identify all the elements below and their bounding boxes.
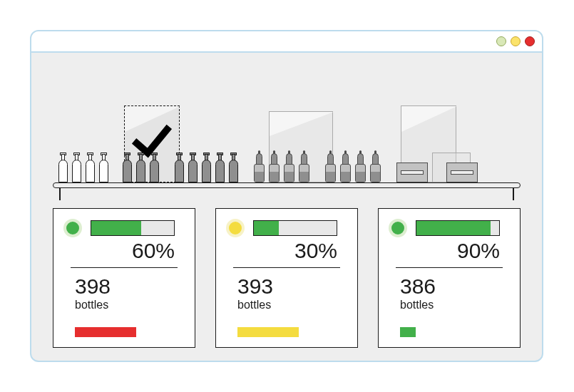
progress-bar [91,220,175,236]
bottle-icon [72,151,81,182]
swatch-icon [400,327,416,337]
percent-label: 60% [132,239,175,263]
dropper-bottle-icon [340,150,351,182]
bottle-icon [188,151,198,182]
bottle-icon [58,151,68,182]
count-value: 393 [237,276,273,297]
dropper-bottle-icon [370,150,381,182]
percent-label: 30% [294,239,337,263]
shelf-icon [53,182,521,188]
stat-card-1[interactable]: 60% 398 bottles [53,208,195,348]
bottle-icon [123,151,132,182]
dropper-bottle-icon [284,150,294,182]
minimize-icon[interactable] [496,36,506,46]
content-area: 60% 398 bottles 30% 393 bottles [31,53,542,361]
divider [71,267,178,268]
progress-bar [253,220,337,236]
bottle-icon [150,151,159,182]
swatch-icon [237,327,299,337]
stat-card-2[interactable]: 30% 393 bottles [215,208,358,348]
divider [396,267,503,268]
dropper-bottle-icon [254,150,265,182]
bottle-icon [136,151,145,182]
progress-fill [416,221,491,235]
product-lineup [58,90,515,182]
titlebar [31,31,542,53]
count-value: 386 [400,276,436,297]
dropper-bottle-icon [355,150,366,182]
bottle-icon [175,151,184,182]
swatch-icon [75,327,136,337]
close-icon[interactable] [525,36,535,46]
bottle-icon [229,151,238,182]
unit-label: bottles [400,299,434,311]
stat-cards: 60% 398 bottles 30% 393 bottles [53,208,521,348]
dropper-bottle-icon [325,150,336,182]
unit-label: bottles [75,299,108,311]
box-product-icon [396,163,428,182]
status-dot-icon [226,219,245,237]
app-window: 60% 398 bottles 30% 393 bottles [30,30,543,362]
shelf-area [53,67,521,188]
maximize-icon[interactable] [511,36,521,46]
stat-card-3[interactable]: 90% 386 bottles [378,208,521,348]
dropper-bottle-icon [269,150,280,182]
status-dot-icon [63,219,82,237]
progress-bar [416,220,500,236]
bottle-icon [86,151,95,182]
bottle-icon [202,151,211,182]
status-dot-icon [389,219,407,237]
count-value: 398 [75,276,111,297]
bottle-icon [215,151,225,182]
divider [233,267,340,268]
progress-fill [254,221,279,235]
dropper-bottle-icon [299,150,309,182]
bottle-icon [99,151,108,182]
progress-fill [91,221,141,235]
unit-label: bottles [237,299,271,311]
box-product-icon [446,163,478,182]
window-controls [496,36,535,46]
percent-label: 90% [457,239,500,263]
